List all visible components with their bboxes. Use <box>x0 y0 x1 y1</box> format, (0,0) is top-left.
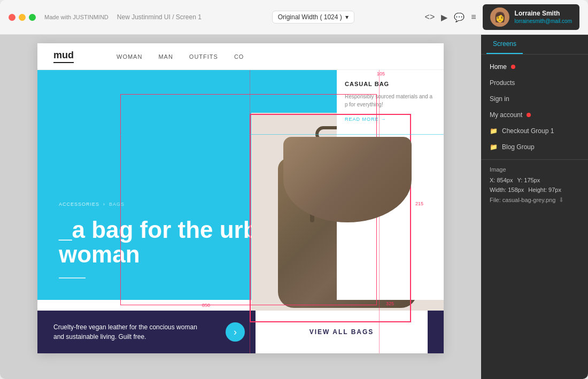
screen-item-blog[interactable]: 📁 Blog Group <box>481 139 588 155</box>
screen-item-products[interactable]: Products <box>481 75 588 91</box>
home-dot <box>511 65 515 69</box>
nav-link-man[interactable]: MAN <box>158 53 173 60</box>
dim-215: 215 <box>415 201 423 206</box>
home-label: Home <box>490 63 507 71</box>
maximize-button[interactable] <box>29 14 36 21</box>
arrow-right-icon: → <box>381 117 386 122</box>
width-label: Original Width ( 1024 ) <box>278 13 342 21</box>
footer-text: Cruelty-free vegan leather for the conci… <box>53 322 226 342</box>
prop-row-wh: Width: 158px Height: 97px <box>490 187 579 193</box>
brand-label: Made with JUSTINMIND <box>44 14 109 20</box>
dim-325: 325 <box>386 301 394 306</box>
folder-icon-blog: 📁 <box>490 143 498 151</box>
play-icon[interactable]: ▶ <box>441 12 447 22</box>
properties-title: Image <box>490 166 579 173</box>
minimize-button[interactable] <box>19 14 26 21</box>
prop-row-x: X: 854px Y: 175px <box>490 177 579 183</box>
preview-nav-links: WOMAN MAN OUTFITS CO <box>117 53 244 60</box>
user-info: Lorraine Smith lorrainesmith@mail.com <box>515 9 572 26</box>
code-icon[interactable]: <> <box>425 12 435 22</box>
prop-file: File: casual-bag-grey.png <box>490 197 555 203</box>
toolbar-icons: <> ▶ 💬 ≡ <box>425 12 476 22</box>
close-button[interactable] <box>9 14 16 21</box>
view-all-section: VIEW ALL BAGS <box>256 311 428 353</box>
avatar-emoji: 👩 <box>494 11 506 23</box>
dim-850: 850 <box>202 303 210 308</box>
user-name: Lorraine Smith <box>515 9 572 18</box>
canvas-area[interactable]: mud WOMAN MAN OUTFITS CO ACCESSORIES › B… <box>0 35 481 379</box>
preview-breadcrumb-current: BAGS <box>109 202 125 207</box>
avatar: 👩 <box>490 7 509 27</box>
properties-section: Image X: 854px Y: 175px Width: 158px Hei… <box>481 159 588 210</box>
menu-icon[interactable]: ≡ <box>471 12 476 22</box>
title-bar: Made with JUSTINMIND New Justinmind UI /… <box>0 0 588 35</box>
footer-title: Cruelty-free vegan leather for the conci… <box>53 322 203 342</box>
screen-item-home[interactable]: Home <box>481 59 588 75</box>
sidebar-tabs: Screens <box>481 35 588 55</box>
preview-logo: mud <box>53 50 74 63</box>
screen-item-myaccount[interactable]: My account <box>481 107 588 123</box>
breadcrumb-text: New Justinmind UI / Screen 1 <box>117 13 202 21</box>
bag-flap <box>283 137 412 222</box>
checkout-label: Checkout Group 1 <box>502 127 554 135</box>
screens-list: Home Products Sign in My account 📁 Check… <box>481 55 588 159</box>
folder-icon-checkout: 📁 <box>490 127 498 135</box>
preview-nav: mud WOMAN MAN OUTFITS CO <box>37 43 444 70</box>
chevron-down-icon: ▾ <box>345 13 349 21</box>
width-selector[interactable]: Original Width ( 1024 ) ▾ <box>272 11 354 24</box>
dim-105: 105 <box>377 71 385 76</box>
hero-underline <box>59 277 86 279</box>
view-all-button[interactable]: VIEW ALL BAGS <box>310 328 374 336</box>
read-more-text: READ MORE <box>345 117 379 122</box>
preview-footer: Cruelty-free vegan leather for the conci… <box>37 311 444 353</box>
prop-y: Y: 175px <box>517 177 540 183</box>
user-email: lorrainesmith@mail.com <box>515 18 572 25</box>
breadcrumb: New Justinmind UI / Screen 1 <box>117 13 202 21</box>
nav-link-outfits[interactable]: OUTFITS <box>189 53 218 60</box>
comment-icon[interactable]: 💬 <box>454 12 465 22</box>
right-sidebar: Screens Home Products Sign in My account… <box>481 35 588 379</box>
blog-label: Blog Group <box>502 143 535 151</box>
footer-next-button[interactable]: › <box>226 322 245 342</box>
nav-link-woman[interactable]: WOMAN <box>117 53 142 60</box>
product-name: CASUAL BAG <box>345 81 436 87</box>
user-panel: 👩 Lorraine Smith lorrainesmith@mail.com <box>483 4 579 30</box>
brand-text: Made with JUSTINMIND <box>44 14 109 20</box>
myaccount-dot <box>527 113 531 117</box>
prop-file-row: File: casual-bag-grey.png ⬇ <box>490 196 579 204</box>
download-icon[interactable]: ⬇ <box>559 196 564 204</box>
nav-link-co[interactable]: CO <box>234 53 244 60</box>
products-label: Products <box>490 79 515 87</box>
myaccount-label: My account <box>490 111 522 119</box>
screen-item-signin[interactable]: Sign in <box>481 91 588 107</box>
prop-x: X: 854px <box>490 177 513 183</box>
signin-label: Sign in <box>490 95 509 103</box>
preview: mud WOMAN MAN OUTFITS CO ACCESSORIES › B… <box>37 43 444 353</box>
product-desc: Responsibly sourced materials and a p fo… <box>345 92 436 109</box>
prop-width: Width: 158px <box>490 187 524 193</box>
prop-height: Height: 97px <box>528 187 561 193</box>
screen-item-checkout[interactable]: 📁 Checkout Group 1 <box>481 123 588 139</box>
main: mud WOMAN MAN OUTFITS CO ACCESSORIES › B… <box>0 35 588 379</box>
toolbar-center: Original Width ( 1024 ) ▾ <box>272 11 354 24</box>
tab-screens[interactable]: Screens <box>486 35 523 54</box>
traffic-lights <box>9 14 36 21</box>
read-more[interactable]: READ MORE → <box>345 117 436 122</box>
